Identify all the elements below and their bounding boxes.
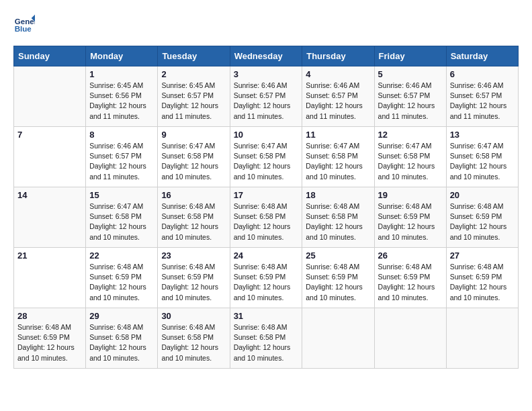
day-number: 25	[306, 250, 370, 261]
weekday-header: Tuesday	[158, 46, 230, 66]
day-number: 14	[17, 190, 82, 200]
calendar-cell	[446, 308, 518, 369]
calendar-cell: 24Sunrise: 6:48 AM Sunset: 6:59 PM Dayli…	[230, 248, 302, 308]
day-number: 22	[89, 250, 154, 261]
day-number: 12	[378, 130, 443, 140]
day-info: Sunrise: 6:48 AM Sunset: 6:58 PM Dayligh…	[161, 322, 226, 363]
day-info: Sunrise: 6:48 AM Sunset: 6:59 PM Dayligh…	[450, 201, 515, 242]
header-row: SundayMondayTuesdayWednesdayThursdayFrid…	[14, 46, 519, 66]
day-info: Sunrise: 6:46 AM Sunset: 6:57 PM Dayligh…	[234, 81, 299, 122]
day-info: Sunrise: 6:48 AM Sunset: 6:59 PM Dayligh…	[306, 262, 370, 303]
page-header: General Blue	[13, 13, 519, 35]
calendar-week-row: 28Sunrise: 6:48 AM Sunset: 6:59 PM Dayli…	[14, 308, 519, 369]
calendar-cell: 30Sunrise: 6:48 AM Sunset: 6:58 PM Dayli…	[158, 308, 230, 369]
logo: General Blue	[13, 13, 39, 35]
day-info: Sunrise: 6:48 AM Sunset: 6:59 PM Dayligh…	[17, 322, 82, 363]
day-number: 4	[306, 69, 370, 79]
calendar-cell: 28Sunrise: 6:48 AM Sunset: 6:59 PM Dayli…	[14, 308, 86, 369]
day-number: 26	[378, 250, 443, 261]
calendar-week-row: 2122Sunrise: 6:48 AM Sunset: 6:59 PM Day…	[14, 248, 519, 308]
day-info: Sunrise: 6:48 AM Sunset: 6:59 PM Dayligh…	[161, 262, 226, 303]
calendar-cell: 10Sunrise: 6:47 AM Sunset: 6:58 PM Dayli…	[230, 127, 302, 187]
calendar-body: 1Sunrise: 6:45 AM Sunset: 6:56 PM Daylig…	[14, 66, 519, 369]
day-info: Sunrise: 6:47 AM Sunset: 6:58 PM Dayligh…	[450, 141, 515, 182]
logo-icon: General Blue	[13, 13, 35, 35]
day-info: Sunrise: 6:46 AM Sunset: 6:57 PM Dayligh…	[378, 81, 443, 122]
day-info: Sunrise: 6:46 AM Sunset: 6:57 PM Dayligh…	[89, 141, 154, 182]
calendar-cell: 25Sunrise: 6:48 AM Sunset: 6:59 PM Dayli…	[302, 248, 374, 308]
calendar-cell: 11Sunrise: 6:47 AM Sunset: 6:58 PM Dayli…	[302, 127, 374, 187]
day-number: 5	[378, 69, 443, 79]
weekday-header: Monday	[86, 46, 158, 66]
calendar-cell: 2Sunrise: 6:45 AM Sunset: 6:57 PM Daylig…	[158, 66, 230, 127]
calendar-cell	[302, 308, 374, 369]
calendar-cell: 19Sunrise: 6:48 AM Sunset: 6:59 PM Dayli…	[374, 187, 446, 248]
day-number: 30	[161, 311, 226, 321]
day-number: 2	[161, 69, 226, 79]
day-info: Sunrise: 6:48 AM Sunset: 6:59 PM Dayligh…	[234, 262, 299, 303]
day-info: Sunrise: 6:47 AM Sunset: 6:58 PM Dayligh…	[306, 141, 370, 182]
calendar-cell: 7	[14, 127, 86, 187]
calendar-cell	[374, 308, 446, 369]
day-number: 17	[234, 190, 299, 200]
day-info: Sunrise: 6:48 AM Sunset: 6:58 PM Dayligh…	[161, 201, 226, 242]
day-number: 15	[89, 190, 154, 200]
calendar-cell: 5Sunrise: 6:46 AM Sunset: 6:57 PM Daylig…	[374, 66, 446, 127]
calendar-cell: 23Sunrise: 6:48 AM Sunset: 6:59 PM Dayli…	[158, 248, 230, 308]
calendar-cell: 15Sunrise: 6:47 AM Sunset: 6:58 PM Dayli…	[86, 187, 158, 248]
calendar-cell: 4Sunrise: 6:46 AM Sunset: 6:57 PM Daylig…	[302, 66, 374, 127]
day-number: 24	[234, 250, 299, 261]
day-number: 6	[450, 69, 515, 79]
day-number: 10	[234, 130, 299, 140]
day-number: 29	[89, 311, 154, 321]
calendar-cell: 6Sunrise: 6:46 AM Sunset: 6:57 PM Daylig…	[446, 66, 518, 127]
weekday-header: Sunday	[14, 46, 86, 66]
calendar-cell: 29Sunrise: 6:48 AM Sunset: 6:58 PM Dayli…	[86, 308, 158, 369]
day-info: Sunrise: 6:46 AM Sunset: 6:57 PM Dayligh…	[450, 81, 515, 122]
day-info: Sunrise: 6:45 AM Sunset: 6:57 PM Dayligh…	[161, 81, 226, 122]
weekday-header: Thursday	[302, 46, 374, 66]
calendar-week-row: 1Sunrise: 6:45 AM Sunset: 6:56 PM Daylig…	[14, 66, 519, 127]
day-info: Sunrise: 6:47 AM Sunset: 6:58 PM Dayligh…	[378, 141, 443, 182]
day-info: Sunrise: 6:48 AM Sunset: 6:58 PM Dayligh…	[89, 322, 154, 363]
day-number: 1	[89, 69, 154, 79]
day-number: 8	[89, 130, 154, 140]
day-info: Sunrise: 6:48 AM Sunset: 6:58 PM Dayligh…	[306, 201, 370, 242]
day-number: 31	[234, 311, 299, 321]
calendar-header: SundayMondayTuesdayWednesdayThursdayFrid…	[14, 46, 519, 66]
weekday-header: Saturday	[446, 46, 518, 66]
day-number: 18	[306, 190, 370, 200]
day-info: Sunrise: 6:48 AM Sunset: 6:58 PM Dayligh…	[234, 201, 299, 242]
calendar-cell: 18Sunrise: 6:48 AM Sunset: 6:58 PM Dayli…	[302, 187, 374, 248]
day-number: 11	[306, 130, 370, 140]
calendar-cell	[14, 66, 86, 127]
calendar-cell: 1Sunrise: 6:45 AM Sunset: 6:56 PM Daylig…	[86, 66, 158, 127]
day-info: Sunrise: 6:48 AM Sunset: 6:58 PM Dayligh…	[234, 322, 299, 363]
calendar-cell: 8Sunrise: 6:46 AM Sunset: 6:57 PM Daylig…	[86, 127, 158, 187]
calendar-cell: 16Sunrise: 6:48 AM Sunset: 6:58 PM Dayli…	[158, 187, 230, 248]
svg-text:Blue: Blue	[15, 25, 32, 33]
calendar-cell: 20Sunrise: 6:48 AM Sunset: 6:59 PM Dayli…	[446, 187, 518, 248]
day-info: Sunrise: 6:47 AM Sunset: 6:58 PM Dayligh…	[89, 201, 154, 242]
day-info: Sunrise: 6:48 AM Sunset: 6:59 PM Dayligh…	[378, 201, 443, 242]
calendar-table: SundayMondayTuesdayWednesdayThursdayFrid…	[13, 46, 519, 369]
calendar-cell: 17Sunrise: 6:48 AM Sunset: 6:58 PM Dayli…	[230, 187, 302, 248]
calendar-cell: 9Sunrise: 6:47 AM Sunset: 6:58 PM Daylig…	[158, 127, 230, 187]
day-number: 16	[161, 190, 226, 200]
calendar-cell: 27Sunrise: 6:48 AM Sunset: 6:59 PM Dayli…	[446, 248, 518, 308]
calendar-week-row: 1415Sunrise: 6:47 AM Sunset: 6:58 PM Day…	[14, 187, 519, 248]
day-number: 19	[378, 190, 443, 200]
calendar-cell: 21	[14, 248, 86, 308]
calendar-cell: 14	[14, 187, 86, 248]
day-number: 27	[450, 250, 515, 261]
calendar-week-row: 78Sunrise: 6:46 AM Sunset: 6:57 PM Dayli…	[14, 127, 519, 187]
day-info: Sunrise: 6:45 AM Sunset: 6:56 PM Dayligh…	[89, 81, 154, 122]
day-number: 3	[234, 69, 299, 79]
day-info: Sunrise: 6:46 AM Sunset: 6:57 PM Dayligh…	[306, 81, 370, 122]
calendar-cell: 31Sunrise: 6:48 AM Sunset: 6:58 PM Dayli…	[230, 308, 302, 369]
day-number: 28	[17, 311, 82, 321]
day-info: Sunrise: 6:48 AM Sunset: 6:59 PM Dayligh…	[89, 262, 154, 303]
calendar-cell: 3Sunrise: 6:46 AM Sunset: 6:57 PM Daylig…	[230, 66, 302, 127]
day-info: Sunrise: 6:47 AM Sunset: 6:58 PM Dayligh…	[234, 141, 299, 182]
day-number: 20	[450, 190, 515, 200]
